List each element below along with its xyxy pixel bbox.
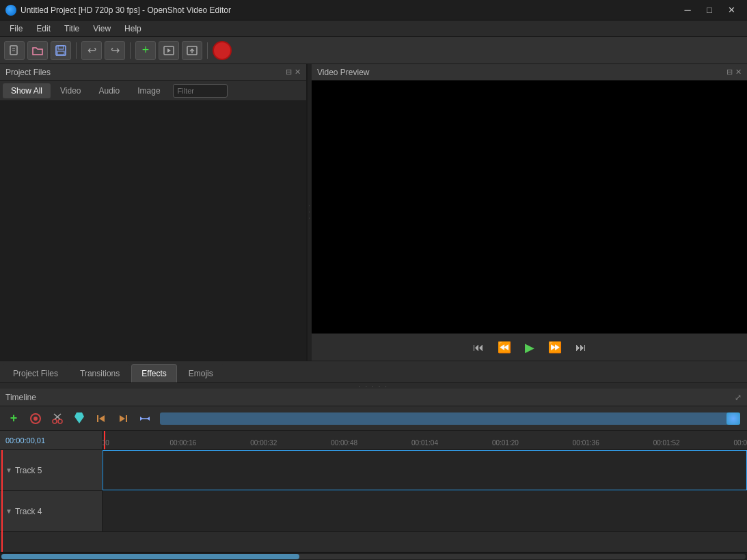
menu-edit[interactable]: Edit [29,23,57,35]
tick-label-3: 00:00:48 [331,439,357,447]
svg-rect-20 [126,415,127,422]
track-5-content[interactable] [103,450,747,490]
tab-emojis[interactable]: Emojis [178,364,223,382]
toolbar-separator-2 [130,42,131,59]
import-button[interactable] [159,41,179,60]
video-controls: ⏮ ⏪ ▶ ⏩ ⏭ [312,333,747,361]
h-scrollbar-track[interactable] [1,554,746,559]
track-4-name: Track 4 [15,507,42,516]
new-button[interactable] [4,41,25,60]
toolbar-separator-1 [76,42,77,59]
tick-label-7: 00:01:52 [653,439,680,447]
track-5-chevron[interactable]: ▼ [5,466,12,474]
add-marker-button[interactable] [70,410,89,428]
tab-image[interactable]: Image [129,83,168,98]
next-marker-button[interactable] [113,410,133,428]
prev-marker-button[interactable] [92,410,111,428]
tick-label-6: 00:01:36 [573,439,599,447]
tick-label-0: 0:00 [103,439,109,447]
track-5-name: Track 5 [15,466,42,475]
project-files-panel-title: Project Files [5,68,51,77]
add-track-button[interactable]: + [4,410,23,428]
svg-marker-16 [74,412,84,423]
close-button[interactable]: ✕ [721,3,742,17]
titlebar-title: Untitled Project [HD 720p 30 fps] - Open… [21,5,231,15]
undo-button[interactable]: ↩ [81,41,102,60]
splitter-handle[interactable]: · · · · · [0,383,747,389]
video-preview-panel: Video Preview ⊟ ✕ ⏮ ⏪ ▶ ⏩ ⏭ [312,64,747,361]
track-5-label: ▼ Track 5 [0,450,103,490]
tab-transitions[interactable]: Transitions [70,364,130,382]
track-4-content[interactable] [103,491,747,531]
svg-marker-7 [167,48,171,53]
rewind-start-button[interactable]: ⏮ [469,339,488,356]
video-preview-pin-icon[interactable]: ⊟ [726,68,733,76]
project-files-header: Project Files ⊟ ✕ [0,64,306,81]
tab-audio[interactable]: Audio [91,83,128,98]
timeline-section: Timeline ⤢ + [0,389,747,560]
titlebar: Untitled Project [HD 720p 30 fps] - Open… [0,0,747,20]
tick-label-1: 00:00:16 [169,439,196,447]
timeline-header: Timeline ⤢ [0,389,747,406]
menu-help[interactable]: Help [118,23,148,35]
time-ruler-row: 00:00:00,01 0:0000:00:1600:00:3200:00:48… [0,431,747,450]
menu-file[interactable]: File [3,23,29,35]
video-preview-close-icon[interactable]: ✕ [735,68,742,76]
h-scrollbar[interactable] [0,552,747,560]
main: Project Files ⊟ ✕ Show All Video Audio I… [0,64,747,560]
snap-button[interactable] [26,410,45,428]
timeline-expand-icon[interactable]: ⤢ [735,393,742,402]
redo-button[interactable]: ↪ [105,41,125,60]
tab-project-files[interactable]: Project Files [3,364,68,382]
tab-effects[interactable]: Effects [131,364,176,382]
titlebar-controls: ─ □ ✕ [677,3,742,17]
project-files-content [0,101,306,361]
tick-label-8: 00:02:08 [734,439,747,447]
menu-title[interactable]: Title [57,23,86,35]
project-files-header-icons: ⊟ ✕ [286,68,301,76]
fast-forward-button[interactable]: ⏩ [544,338,566,356]
timeline-scrubber-handle[interactable] [726,412,740,425]
timeline-scrubber[interactable] [160,412,740,425]
svg-marker-19 [120,415,125,422]
tracks-area: ▼ Track 5 ▼ Track 4 [0,450,747,552]
save-button[interactable] [51,41,71,60]
play-button[interactable]: ▶ [521,337,539,358]
svg-marker-23 [147,417,150,421]
minimize-button[interactable]: ─ [677,3,698,17]
rewind-button[interactable]: ⏪ [493,338,515,356]
export-button[interactable] [182,41,202,60]
project-files-close-icon[interactable]: ✕ [295,68,301,76]
h-scrollbar-thumb[interactable] [1,554,299,559]
svg-point-11 [33,417,38,421]
video-preview-header-icons: ⊟ ✕ [726,68,742,76]
svg-point-13 [58,419,62,423]
track-row-4: ▼ Track 4 [0,491,747,532]
time-ruler[interactable]: 0:0000:00:1600:00:3200:00:4800:01:0400:0… [103,431,747,449]
record-button[interactable] [213,41,232,60]
menu-view[interactable]: View [86,23,118,35]
tab-video[interactable]: Video [52,83,89,98]
track-4-chevron[interactable]: ▼ [5,507,12,515]
tab-show-all[interactable]: Show All [3,83,51,98]
cut-button[interactable] [48,410,67,428]
tick-label-4: 00:01:04 [411,439,438,447]
menubar: File Edit Title View Help [0,20,747,37]
tick-label-2: 00:00:32 [250,439,277,447]
filter-input[interactable] [173,84,228,98]
video-canvas [312,81,747,333]
project-files-pin-icon[interactable]: ⊟ [286,68,292,76]
bottom-tabs-bar: Project Files Transitions Effects Emojis [0,361,747,383]
add-clip-button[interactable]: + [135,41,156,60]
app-icon [5,5,16,16]
fast-forward-end-button[interactable]: ⏭ [571,339,590,356]
maximize-button[interactable]: □ [699,3,720,17]
svg-point-12 [53,419,57,423]
open-button[interactable] [27,41,48,60]
project-files-tabs: Show All Video Audio Image [0,81,306,101]
svg-marker-17 [99,415,105,422]
svg-rect-5 [57,51,64,55]
tick-label-5: 00:01:20 [492,439,519,447]
center-playhead-button[interactable] [135,410,154,428]
toolbar-separator-3 [207,42,208,59]
